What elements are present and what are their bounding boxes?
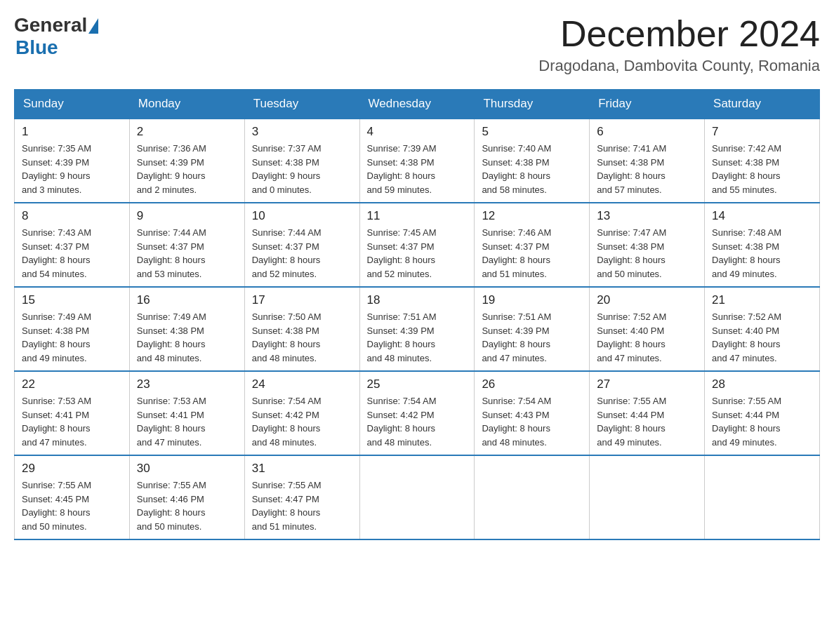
title-area: December 2024 Dragodana, Dambovita Count… [538, 14, 820, 75]
calendar-cell: 21 Sunrise: 7:52 AMSunset: 4:40 PMDaylig… [705, 287, 820, 371]
day-info: Sunrise: 7:45 AMSunset: 4:37 PMDaylight:… [367, 227, 437, 279]
day-info: Sunrise: 7:44 AMSunset: 4:37 PMDaylight:… [252, 227, 322, 279]
day-number: 18 [367, 293, 468, 307]
day-info: Sunrise: 7:50 AMSunset: 4:38 PMDaylight:… [252, 311, 322, 363]
day-info: Sunrise: 7:54 AMSunset: 4:42 PMDaylight:… [367, 396, 437, 448]
day-number: 31 [252, 462, 352, 476]
day-info: Sunrise: 7:54 AMSunset: 4:43 PMDaylight:… [482, 396, 551, 448]
weekday-header-tuesday: Tuesday [244, 90, 359, 119]
day-number: 22 [22, 377, 122, 391]
calendar-cell: 27 Sunrise: 7:55 AMSunset: 4:44 PMDaylig… [590, 371, 705, 455]
weekday-header-friday: Friday [590, 90, 705, 119]
calendar-week-row: 1 Sunrise: 7:35 AMSunset: 4:39 PMDayligh… [15, 119, 820, 203]
location-subtitle: Dragodana, Dambovita County, Romania [538, 57, 820, 75]
weekday-header-monday: Monday [129, 90, 244, 119]
day-number: 1 [22, 125, 122, 139]
calendar-cell: 3 Sunrise: 7:37 AMSunset: 4:38 PMDayligh… [244, 119, 359, 203]
day-info: Sunrise: 7:53 AMSunset: 4:41 PMDaylight:… [22, 396, 91, 448]
calendar-cell: 17 Sunrise: 7:50 AMSunset: 4:38 PMDaylig… [244, 287, 359, 371]
day-number: 15 [22, 293, 122, 307]
day-number: 11 [367, 209, 468, 223]
calendar-cell: 5 Sunrise: 7:40 AMSunset: 4:38 PMDayligh… [475, 119, 590, 203]
day-number: 30 [137, 462, 237, 476]
page-header: General Blue December 2024 Dragodana, Da… [14, 14, 820, 75]
calendar-cell: 13 Sunrise: 7:47 AMSunset: 4:38 PMDaylig… [590, 203, 705, 287]
day-number: 21 [712, 293, 812, 307]
day-info: Sunrise: 7:44 AMSunset: 4:37 PMDaylight:… [137, 227, 206, 279]
day-number: 16 [137, 293, 237, 307]
day-number: 10 [252, 209, 352, 223]
day-info: Sunrise: 7:49 AMSunset: 4:38 PMDaylight:… [137, 311, 206, 363]
day-info: Sunrise: 7:55 AMSunset: 4:46 PMDaylight:… [137, 480, 206, 532]
logo: General Blue [14, 14, 98, 59]
calendar-cell: 1 Sunrise: 7:35 AMSunset: 4:39 PMDayligh… [15, 119, 130, 203]
day-number: 12 [482, 209, 582, 223]
day-number: 2 [137, 125, 237, 139]
day-info: Sunrise: 7:41 AMSunset: 4:38 PMDaylight:… [597, 143, 666, 195]
calendar-cell: 15 Sunrise: 7:49 AMSunset: 4:38 PMDaylig… [15, 287, 130, 371]
calendar-cell: 4 Sunrise: 7:39 AMSunset: 4:38 PMDayligh… [359, 119, 475, 203]
calendar-cell [475, 455, 590, 539]
day-number: 9 [137, 209, 237, 223]
calendar-week-row: 15 Sunrise: 7:49 AMSunset: 4:38 PMDaylig… [15, 287, 820, 371]
day-number: 20 [597, 293, 697, 307]
calendar-cell: 7 Sunrise: 7:42 AMSunset: 4:38 PMDayligh… [705, 119, 820, 203]
day-number: 25 [367, 377, 468, 391]
logo-triangle-icon [88, 18, 98, 34]
calendar-cell: 28 Sunrise: 7:55 AMSunset: 4:44 PMDaylig… [705, 371, 820, 455]
calendar-cell: 29 Sunrise: 7:55 AMSunset: 4:45 PMDaylig… [15, 455, 130, 539]
calendar-week-row: 22 Sunrise: 7:53 AMSunset: 4:41 PMDaylig… [15, 371, 820, 455]
calendar-week-row: 29 Sunrise: 7:55 AMSunset: 4:45 PMDaylig… [15, 455, 820, 539]
calendar-cell: 9 Sunrise: 7:44 AMSunset: 4:37 PMDayligh… [129, 203, 244, 287]
weekday-header-sunday: Sunday [15, 90, 130, 119]
day-info: Sunrise: 7:43 AMSunset: 4:37 PMDaylight:… [22, 227, 91, 279]
weekday-header-wednesday: Wednesday [359, 90, 475, 119]
calendar-cell: 22 Sunrise: 7:53 AMSunset: 4:41 PMDaylig… [15, 371, 130, 455]
calendar-cell: 2 Sunrise: 7:36 AMSunset: 4:39 PMDayligh… [129, 119, 244, 203]
day-number: 8 [22, 209, 122, 223]
day-info: Sunrise: 7:37 AMSunset: 4:38 PMDaylight:… [252, 143, 322, 195]
day-number: 28 [712, 377, 812, 391]
calendar-cell: 30 Sunrise: 7:55 AMSunset: 4:46 PMDaylig… [129, 455, 244, 539]
day-info: Sunrise: 7:51 AMSunset: 4:39 PMDaylight:… [482, 311, 551, 363]
day-number: 27 [597, 377, 697, 391]
day-number: 3 [252, 125, 352, 139]
logo-blue-text: Blue [15, 36, 58, 59]
day-info: Sunrise: 7:55 AMSunset: 4:47 PMDaylight:… [252, 480, 322, 532]
calendar-cell: 23 Sunrise: 7:53 AMSunset: 4:41 PMDaylig… [129, 371, 244, 455]
day-number: 24 [252, 377, 352, 391]
calendar-cell: 6 Sunrise: 7:41 AMSunset: 4:38 PMDayligh… [590, 119, 705, 203]
calendar-cell: 25 Sunrise: 7:54 AMSunset: 4:42 PMDaylig… [359, 371, 475, 455]
day-info: Sunrise: 7:52 AMSunset: 4:40 PMDaylight:… [712, 311, 781, 363]
calendar-cell [359, 455, 475, 539]
day-number: 5 [482, 125, 582, 139]
day-info: Sunrise: 7:42 AMSunset: 4:38 PMDaylight:… [712, 143, 781, 195]
day-info: Sunrise: 7:39 AMSunset: 4:38 PMDaylight:… [367, 143, 437, 195]
day-info: Sunrise: 7:35 AMSunset: 4:39 PMDaylight:… [22, 143, 91, 195]
day-number: 13 [597, 209, 697, 223]
day-number: 26 [482, 377, 582, 391]
calendar-cell: 11 Sunrise: 7:45 AMSunset: 4:37 PMDaylig… [359, 203, 475, 287]
day-info: Sunrise: 7:53 AMSunset: 4:41 PMDaylight:… [137, 396, 206, 448]
day-info: Sunrise: 7:36 AMSunset: 4:39 PMDaylight:… [137, 143, 206, 195]
day-number: 14 [712, 209, 812, 223]
day-number: 7 [712, 125, 812, 139]
calendar-cell [590, 455, 705, 539]
day-info: Sunrise: 7:55 AMSunset: 4:45 PMDaylight:… [22, 480, 91, 532]
weekday-header-row: SundayMondayTuesdayWednesdayThursdayFrid… [15, 90, 820, 119]
day-info: Sunrise: 7:52 AMSunset: 4:40 PMDaylight:… [597, 311, 666, 363]
calendar-cell: 31 Sunrise: 7:55 AMSunset: 4:47 PMDaylig… [244, 455, 359, 539]
month-title: December 2024 [538, 14, 820, 54]
calendar-cell: 26 Sunrise: 7:54 AMSunset: 4:43 PMDaylig… [475, 371, 590, 455]
day-info: Sunrise: 7:48 AMSunset: 4:38 PMDaylight:… [712, 227, 781, 279]
calendar-cell: 18 Sunrise: 7:51 AMSunset: 4:39 PMDaylig… [359, 287, 475, 371]
calendar-cell: 16 Sunrise: 7:49 AMSunset: 4:38 PMDaylig… [129, 287, 244, 371]
day-number: 17 [252, 293, 352, 307]
day-number: 19 [482, 293, 582, 307]
calendar-cell [705, 455, 820, 539]
day-number: 4 [367, 125, 468, 139]
logo-general-text: General [14, 14, 87, 36]
day-info: Sunrise: 7:54 AMSunset: 4:42 PMDaylight:… [252, 396, 322, 448]
calendar-cell: 24 Sunrise: 7:54 AMSunset: 4:42 PMDaylig… [244, 371, 359, 455]
calendar-cell: 8 Sunrise: 7:43 AMSunset: 4:37 PMDayligh… [15, 203, 130, 287]
